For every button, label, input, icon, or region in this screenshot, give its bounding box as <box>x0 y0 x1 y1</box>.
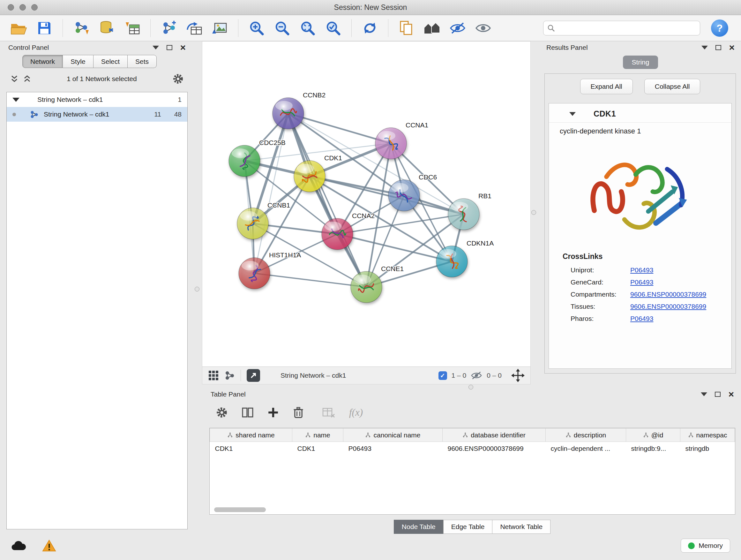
right-splitter-handle[interactable] <box>531 210 536 215</box>
tab-sets[interactable]: Sets <box>128 55 157 68</box>
float-panel-icon[interactable] <box>166 45 172 50</box>
function-builder-button[interactable]: f(x) <box>349 407 363 418</box>
zoom-fit-button[interactable] <box>297 18 318 38</box>
column-header-namespace[interactable]: namespac <box>680 428 735 442</box>
collapse-entry-icon[interactable] <box>569 112 576 116</box>
network-label: String Network – cdk1 <box>44 111 109 118</box>
crosslink-tissues-link[interactable]: 9606.ENSP00000378699 <box>630 303 706 310</box>
crosslink-row: Tissues: 9606.ENSP00000378699 <box>549 300 731 313</box>
float-panel-icon[interactable] <box>715 392 721 397</box>
horizontal-scrollbar[interactable] <box>214 507 266 512</box>
horizontal-splitter-handle[interactable] <box>468 385 473 389</box>
column-type-icon <box>227 432 233 438</box>
network-node-ccnb1[interactable]: CCNB1 <box>237 201 290 239</box>
column-header-description[interactable]: description <box>546 428 626 442</box>
tab-select[interactable]: Select <box>93 55 128 68</box>
show-columns-icon[interactable] <box>242 407 253 418</box>
open-session-button[interactable] <box>8 18 29 38</box>
table-row[interactable]: CDK1 CDK1 P06493 9606.ENSP00000378699 cy… <box>210 442 735 455</box>
birdseye-navigator-icon[interactable] <box>511 369 525 382</box>
warning-icon[interactable] <box>42 540 56 552</box>
zoom-selected-button[interactable] <box>323 18 344 38</box>
network-canvas[interactable]: CCNB2CCNA1CDC25BCDK1CDC6RB1CCNB1CCNA2CDK… <box>202 42 530 367</box>
zoom-in-button[interactable] <box>246 18 267 38</box>
import-table-from-file-button[interactable] <box>122 18 143 38</box>
memory-button[interactable]: Memory <box>681 539 730 553</box>
network-node-hist1h1a[interactable]: HIST1H1A <box>239 251 301 289</box>
crosslink-genecard-link[interactable]: P06493 <box>630 278 653 286</box>
eye-slash-icon <box>449 22 466 35</box>
left-splitter-handle[interactable] <box>195 287 199 292</box>
collapse-panel-icon[interactable] <box>701 392 707 396</box>
close-panel-icon[interactable]: × <box>728 389 734 399</box>
cloud-icon[interactable] <box>11 541 26 551</box>
import-network-from-database-button[interactable] <box>96 18 117 38</box>
cell-name: CDK1 <box>292 442 343 455</box>
minimize-window-button[interactable] <box>19 4 26 10</box>
delete-table-icon[interactable] <box>322 407 335 418</box>
new-network-button[interactable] <box>158 18 179 38</box>
open-folder-icon <box>10 21 28 36</box>
network-node-cdkn1a[interactable]: CDKN1A <box>436 240 494 277</box>
tab-string[interactable]: String <box>623 56 658 69</box>
network-selection-row: 1 of 1 Network selected <box>4 71 190 87</box>
new-table-button[interactable] <box>184 18 205 38</box>
column-type-icon <box>643 432 649 438</box>
copy-button[interactable] <box>396 18 417 38</box>
network-node-rb1[interactable]: RB1 <box>448 192 491 230</box>
collapse-panel-icon[interactable] <box>701 46 708 50</box>
close-window-button[interactable] <box>8 4 14 10</box>
column-header-id[interactable]: @id <box>626 428 680 442</box>
crosslink-uniprot-link[interactable]: P06493 <box>630 266 653 274</box>
help-button[interactable]: ? <box>711 19 728 37</box>
string-home-button[interactable] <box>421 18 443 38</box>
grid-mode-icon[interactable] <box>208 370 219 381</box>
network-node-cdk1[interactable]: CDK1 <box>294 154 342 192</box>
import-network-icon <box>73 20 89 36</box>
table-settings-gear-icon[interactable] <box>216 407 228 419</box>
float-panel-icon[interactable] <box>716 45 721 50</box>
collection-count: 1 <box>178 96 182 104</box>
expand-all-chevrons-icon[interactable] <box>10 75 18 83</box>
import-network-from-file-button[interactable] <box>71 18 91 38</box>
search-input[interactable] <box>558 24 696 32</box>
node-label: RB1 <box>478 192 491 199</box>
column-header-canonical-name[interactable]: canonical name <box>343 428 443 442</box>
network-row[interactable]: String Network – cdk1 11 48 <box>7 107 187 122</box>
zoom-out-button[interactable] <box>272 18 293 38</box>
external-link-icon <box>249 371 258 380</box>
network-node-ccnb2[interactable]: CCNB2 <box>273 91 326 129</box>
detach-view-button[interactable] <box>247 369 260 382</box>
network-node-ccna1[interactable]: CCNA1 <box>375 121 428 159</box>
expand-all-button[interactable]: Expand All <box>580 79 633 94</box>
zoom-window-button[interactable] <box>31 4 38 10</box>
selection-dot-icon <box>12 113 16 116</box>
status-bar: Memory <box>0 531 741 560</box>
control-panel: Control Panel × Network Style Select Set… <box>4 42 190 531</box>
network-mode-icon[interactable] <box>225 370 235 381</box>
hide-selected-button[interactable] <box>447 18 468 38</box>
network-collection-row[interactable]: String Network – cdk1 1 <box>7 92 187 107</box>
column-header-shared-name[interactable]: shared name <box>210 428 292 442</box>
crosslink-pharos-link[interactable]: P06493 <box>630 315 653 322</box>
crosslink-compartments-link[interactable]: 9606.ENSP00000378699 <box>630 291 706 298</box>
collapse-panel-icon[interactable] <box>152 46 159 50</box>
close-panel-icon[interactable]: × <box>729 43 735 52</box>
apply-layout-button[interactable] <box>359 18 381 38</box>
delete-column-trash-icon[interactable] <box>293 407 304 419</box>
add-column-plus-icon[interactable] <box>267 407 279 418</box>
column-header-database-identifier[interactable]: database identifier <box>443 428 546 442</box>
title-bar: Session: New Session <box>0 0 741 15</box>
network-options-gear-icon[interactable] <box>172 73 184 84</box>
close-panel-icon[interactable]: × <box>180 43 186 52</box>
show-all-button[interactable] <box>473 18 494 38</box>
disclosure-triangle-icon[interactable] <box>12 98 19 102</box>
export-image-button[interactable] <box>209 18 230 38</box>
tab-network[interactable]: Network <box>22 55 63 68</box>
tab-style[interactable]: Style <box>63 55 93 68</box>
column-header-name[interactable]: name <box>292 428 343 442</box>
save-session-button[interactable] <box>34 18 55 38</box>
collapse-all-button[interactable]: Collapse All <box>644 79 700 94</box>
string-network-icon <box>30 110 39 119</box>
collapse-all-chevrons-icon[interactable] <box>23 75 31 83</box>
